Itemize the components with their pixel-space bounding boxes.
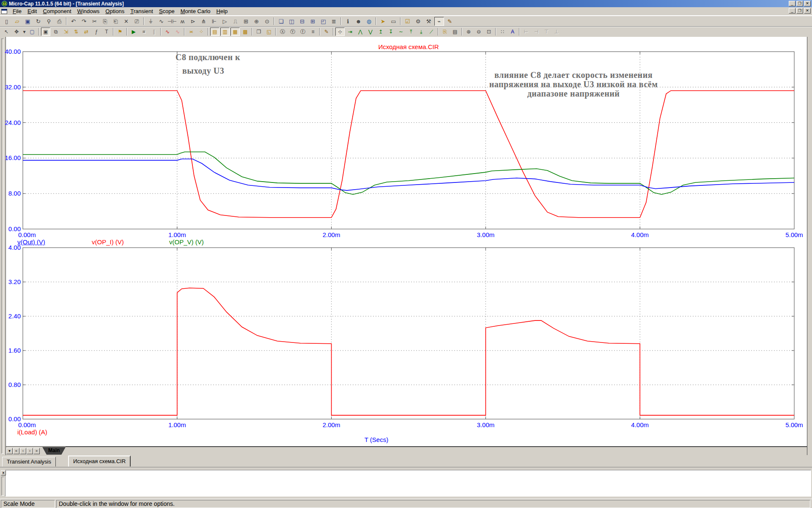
vertical-grids-icon[interactable]: ▥ (220, 28, 230, 36)
fit-to-window-icon[interactable]: ▢ (27, 28, 37, 36)
mdi-restore-button[interactable]: ❐ (796, 8, 803, 14)
diode-icon[interactable]: ⊳ (188, 17, 198, 26)
function-settings-icon[interactable]: ⓕ (298, 28, 307, 36)
split-window-icon[interactable]: ⊞ (308, 17, 318, 26)
cascade-windows-icon[interactable]: ❏ (276, 17, 286, 26)
close-button[interactable]: ✕ (804, 1, 811, 6)
plot-properties-icon[interactable]: ❐ (254, 28, 263, 36)
component-palette-icon[interactable]: ⚙ (413, 17, 423, 26)
redo-icon[interactable]: ↷ (79, 17, 89, 26)
annotation-c8-line1[interactable]: C8 подключен к (176, 52, 240, 62)
demo-icon[interactable]: ➤ (378, 17, 388, 26)
menu-scope[interactable]: Scope (156, 7, 178, 15)
resistor-icon[interactable]: ∿ (156, 17, 166, 26)
mdi-close-button[interactable]: ✕ (804, 8, 811, 14)
new-window-icon[interactable]: ▭ (389, 17, 398, 26)
maximize-window-icon[interactable]: ◰ (318, 17, 328, 26)
global-high-icon[interactable]: ⤒ (406, 28, 416, 36)
edit-properties-icon[interactable]: ✎ (322, 28, 331, 36)
save-file-icon[interactable]: ▣ (23, 17, 33, 26)
paste-icon[interactable]: ⎗ (111, 17, 121, 26)
vertical-mode-icon[interactable]: ⇅ (71, 28, 81, 36)
watch-window-icon[interactable]: ◱ (264, 28, 274, 36)
message-panel-scrollbar[interactable] (1, 477, 4, 496)
last-page-button[interactable]: » (33, 448, 40, 454)
list-settings-icon[interactable]: ≡ (308, 28, 318, 36)
minor-grids-icon[interactable]: ▩ (241, 28, 250, 36)
zoom-rectangle-icon[interactable]: ⧉ (51, 28, 60, 36)
restore-button[interactable]: ❐ (796, 1, 803, 6)
zoom-100-icon[interactable]: ⊡ (484, 28, 494, 36)
calculator-icon[interactable]: ≣ (329, 17, 339, 26)
info-icon[interactable]: ℹ (343, 17, 353, 26)
plot-title[interactable]: Исходная схема.CIR (324, 43, 493, 50)
analysis-plot-icon[interactable]: ⌁ (434, 17, 444, 26)
global-low-icon[interactable]: ⤓ (417, 28, 426, 36)
page-list-dropdown-button[interactable]: ▾ (6, 448, 13, 454)
find-icon[interactable]: ⚲ (44, 17, 54, 26)
menu-file[interactable]: File (10, 7, 25, 15)
annotation-c8-line2[interactable]: выходу U3 (182, 66, 224, 76)
message-panel-close-icon[interactable]: x (1, 470, 6, 475)
account-icon[interactable]: ☻ (354, 17, 363, 26)
tools-icon[interactable]: ⚒ (424, 17, 433, 26)
cut-icon[interactable]: ✂ (90, 17, 99, 26)
web-icon[interactable]: ◍ (364, 17, 374, 26)
minimize-button[interactable]: _ (789, 1, 796, 6)
copy-to-clipboard-icon[interactable]: ⎘ (440, 28, 450, 36)
pan-mode-icon[interactable]: ✥ (12, 28, 21, 36)
horizontal-grids-icon[interactable]: ▤ (210, 28, 219, 36)
menu-component[interactable]: Component (40, 7, 74, 15)
annotation-influence[interactable]: влияние C8 делает скорость изменения нап… (486, 70, 661, 98)
legend-v-out-v[interactable]: v(Out) (V) (17, 238, 45, 246)
plot-window[interactable] (6, 37, 807, 446)
page-tab-main[interactable]: Main (42, 447, 66, 455)
schematic-editor-icon[interactable]: ✎ (445, 17, 455, 26)
menu-edit[interactable]: Edit (25, 7, 40, 15)
legend-i-load-a[interactable]: i(Load) (A) (17, 428, 47, 436)
mdi-document-icon[interactable] (1, 9, 7, 14)
data-points-icon[interactable]: ⁘ (197, 28, 206, 36)
next-page-button[interactable]: › (27, 448, 33, 454)
legend-v-op_v-v[interactable]: v(OP_V) (V) (169, 238, 204, 246)
new-file-icon[interactable]: ▯ (2, 17, 11, 26)
cursor-f-mode-icon[interactable]: ƒ (92, 28, 101, 36)
tile-horizontal-icon[interactable]: ⊟ (297, 17, 307, 26)
pause-icon[interactable]: ∥ (149, 28, 159, 36)
horizontal-mode-icon[interactable]: ⇄ (82, 28, 91, 36)
stop-icon[interactable]: ■ (139, 28, 148, 36)
high-icon[interactable]: ↥ (376, 28, 385, 36)
capacitor-icon[interactable]: ⊣⊢ (167, 17, 177, 26)
zoom-in-icon[interactable]: ⊕ (464, 28, 473, 36)
next-data-point-icon[interactable]: ⇥ (346, 28, 355, 36)
ground-icon[interactable]: ⏚ (146, 17, 156, 26)
low-icon[interactable]: ↧ (386, 28, 395, 36)
menu-help[interactable]: Help (214, 7, 231, 15)
font-icon[interactable]: A (508, 28, 517, 36)
open-file-icon[interactable]: ▱ (12, 17, 22, 26)
add-waveform-icon[interactable]: ∿ (163, 28, 172, 36)
prev-page-button[interactable]: ‹ (20, 448, 26, 454)
align-top-icon[interactable]: ⊤ (542, 28, 551, 36)
document-tab-active[interactable]: Исходная схема.CIR (68, 456, 131, 467)
peak-icon[interactable]: ⋀ (356, 28, 365, 36)
inflection-icon[interactable]: ∼ (396, 28, 406, 36)
tile-vertical-icon[interactable]: ◫ (287, 17, 296, 26)
delete-waveform-icon[interactable]: ∿ (173, 28, 182, 36)
inductor-icon[interactable]: ʍ (178, 17, 187, 26)
numeric-output-icon[interactable]: ▤ (450, 28, 460, 36)
select-mode-icon[interactable]: ↖ (2, 28, 11, 36)
revert-icon[interactable]: ↻ (33, 17, 43, 26)
menu-monte-carlo[interactable]: Monte Carlo (178, 7, 214, 15)
clear-cycle-icon[interactable]: ⎚ (132, 17, 142, 26)
grid-snap-icon[interactable]: ∷ (498, 28, 507, 36)
valley-icon[interactable]: ⋁ (366, 28, 375, 36)
preferences-icon[interactable]: ☑ (403, 17, 412, 26)
message-panel[interactable] (5, 470, 811, 497)
mdi-minimize-button[interactable]: _ (789, 8, 796, 14)
copy-icon[interactable]: ⎘ (100, 17, 110, 26)
align-left-icon[interactable]: ⊢ (521, 28, 531, 36)
menu-transient[interactable]: Transient (127, 7, 156, 15)
graph-select-icon[interactable]: ▣ (41, 28, 50, 36)
grids-both-icon[interactable]: ▦ (230, 28, 240, 36)
